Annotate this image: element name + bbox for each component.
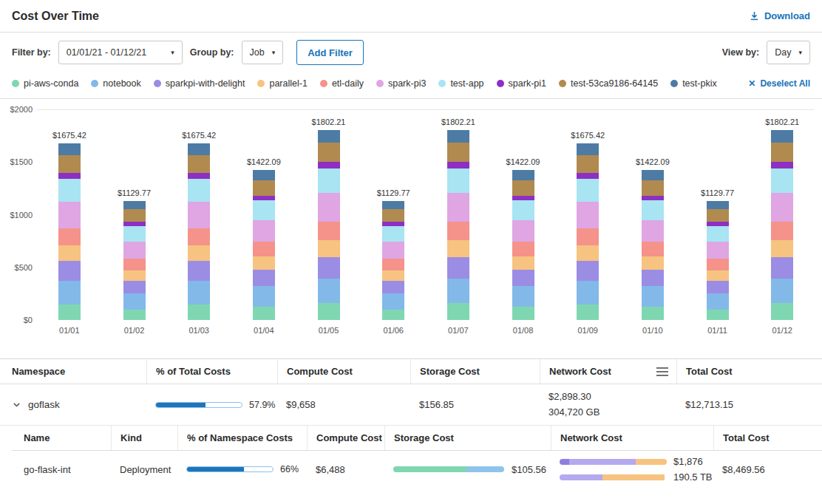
bar-segment-pi-aws-conda[interactable]: [318, 303, 340, 320]
date-range-select[interactable]: 01/01/21 - 01/12/21 ▾: [58, 41, 183, 64]
bar-group-01/10[interactable]: $1422.09: [620, 110, 685, 320]
bar-segment-test-53ca9186-64145[interactable]: [382, 209, 404, 222]
stacked-bar[interactable]: [447, 130, 469, 320]
bar-segment-notebook[interactable]: [58, 281, 81, 304]
bar-segment-notebook[interactable]: [447, 279, 469, 304]
bar-segment-test-pkix[interactable]: [771, 130, 793, 143]
bar-segment-pi-aws-conda[interactable]: [58, 304, 81, 320]
stacked-bar[interactable]: [642, 170, 664, 320]
legend-item-pi-aws-conda[interactable]: pi-aws-conda: [12, 78, 78, 89]
bar-segment-parallel-1[interactable]: [447, 240, 469, 257]
bar-segment-test-app[interactable]: [707, 226, 729, 242]
bar-segment-spark-pi3[interactable]: [253, 220, 275, 242]
stacked-bar[interactable]: [707, 201, 729, 320]
bar-segment-test-pkix[interactable]: [512, 170, 534, 180]
bar-segment-parallel-1[interactable]: [318, 240, 340, 257]
bar-segment-spark-pi1[interactable]: [577, 173, 599, 179]
bar-segment-spark-pi3[interactable]: [707, 242, 729, 259]
bar-segment-parallel-1[interactable]: [188, 245, 210, 261]
namespace-row-goflask[interactable]: goflask 57.9% $9,658 $156.85 $2,898.30 3…: [0, 384, 822, 426]
bar-segment-etl-daily[interactable]: [253, 242, 275, 256]
bar-segment-parallel-1[interactable]: [382, 270, 404, 281]
bar-segment-test-pkix[interactable]: [707, 201, 729, 209]
bar-segment-test-pkix[interactable]: [382, 201, 404, 209]
bar-segment-test-pkix[interactable]: [447, 130, 469, 143]
bar-segment-sparkpi-with-delight[interactable]: [188, 261, 210, 281]
view-by-select[interactable]: Day ▾: [767, 41, 810, 64]
add-filter-button[interactable]: Add Filter: [296, 40, 364, 65]
bar-segment-parallel-1[interactable]: [707, 270, 729, 281]
stacked-bar[interactable]: [771, 130, 793, 320]
legend-item-notebook[interactable]: notebook: [91, 78, 140, 89]
deselect-all-button[interactable]: ✕ Deselect All: [748, 78, 810, 89]
bar-segment-sparkpi-with-delight[interactable]: [512, 270, 534, 287]
bar-segment-sparkpi-with-delight[interactable]: [253, 270, 275, 287]
bar-segment-sparkpi-with-delight[interactable]: [771, 257, 793, 279]
bar-group-01/08[interactable]: $1422.09: [491, 110, 556, 320]
bar-segment-etl-daily[interactable]: [123, 259, 146, 270]
legend-item-etl-daily[interactable]: etl-daily: [320, 78, 364, 89]
bar-segment-test-53ca9186-64145[interactable]: [318, 143, 340, 162]
bar-segment-spark-pi3[interactable]: [188, 202, 210, 228]
bar-segment-pi-aws-conda[interactable]: [771, 303, 793, 320]
chevron-down-icon[interactable]: [12, 400, 21, 409]
bar-segment-parallel-1[interactable]: [253, 256, 275, 270]
bar-segment-pi-aws-conda[interactable]: [707, 310, 729, 320]
stacked-bar[interactable]: [577, 143, 599, 320]
bar-segment-test-53ca9186-64145[interactable]: [253, 180, 275, 196]
bar-segment-spark-pi3[interactable]: [382, 242, 404, 259]
bar-segment-sparkpi-with-delight[interactable]: [318, 257, 340, 279]
bar-segment-pi-aws-conda[interactable]: [123, 310, 146, 320]
bar-segment-test-53ca9186-64145[interactable]: [58, 155, 81, 173]
bar-segment-spark-pi1[interactable]: [642, 196, 664, 201]
legend-item-spark-pi3[interactable]: spark-pi3: [376, 78, 426, 89]
bar-segment-test-pkix[interactable]: [642, 170, 664, 180]
stacked-bar[interactable]: [382, 201, 404, 320]
bar-segment-notebook[interactable]: [577, 281, 599, 304]
stacked-bar[interactable]: [123, 201, 146, 320]
bar-segment-sparkpi-with-delight[interactable]: [707, 281, 729, 293]
bar-segment-test-app[interactable]: [253, 200, 275, 220]
bar-segment-etl-daily[interactable]: [512, 242, 534, 256]
stacked-bar[interactable]: [188, 143, 210, 320]
bar-segment-notebook[interactable]: [123, 293, 146, 309]
bar-segment-test-53ca9186-64145[interactable]: [642, 180, 664, 196]
bar-segment-parallel-1[interactable]: [123, 270, 146, 281]
bar-segment-spark-pi3[interactable]: [577, 202, 599, 228]
bar-segment-parallel-1[interactable]: [512, 256, 534, 270]
bar-segment-pi-aws-conda[interactable]: [512, 307, 534, 321]
bar-segment-test-app[interactable]: [318, 168, 340, 194]
bar-group-01/06[interactable]: $1129.77: [361, 110, 426, 320]
bar-segment-notebook[interactable]: [382, 293, 404, 309]
bar-segment-test-pkix[interactable]: [577, 143, 599, 155]
bar-segment-spark-pi3[interactable]: [512, 220, 534, 242]
bar-segment-spark-pi3[interactable]: [771, 193, 793, 222]
bar-segment-test-53ca9186-64145[interactable]: [123, 209, 146, 222]
bar-segment-test-app[interactable]: [123, 226, 146, 242]
bar-segment-test-app[interactable]: [512, 200, 534, 220]
bar-segment-spark-pi1[interactable]: [447, 162, 469, 168]
bar-segment-etl-daily[interactable]: [188, 228, 210, 245]
legend-item-spark-pi1[interactable]: spark-pi1: [497, 78, 546, 89]
stacked-bar[interactable]: [512, 170, 534, 320]
bar-segment-pi-aws-conda[interactable]: [577, 304, 599, 320]
legend-item-sparkpi-with-delight[interactable]: sparkpi-with-delight: [154, 78, 245, 89]
bar-segment-spark-pi3[interactable]: [447, 193, 469, 222]
bar-segment-sparkpi-with-delight[interactable]: [577, 261, 599, 281]
bar-segment-test-pkix[interactable]: [188, 143, 210, 155]
bar-segment-pi-aws-conda[interactable]: [382, 310, 404, 320]
bar-segment-etl-daily[interactable]: [318, 222, 340, 240]
bar-segment-test-app[interactable]: [382, 226, 404, 242]
bar-segment-etl-daily[interactable]: [447, 222, 469, 240]
bar-segment-sparkpi-with-delight[interactable]: [123, 281, 146, 293]
bar-segment-pi-aws-conda[interactable]: [253, 307, 275, 321]
legend-item-test-app[interactable]: test-app: [438, 78, 483, 89]
bar-segment-spark-pi3[interactable]: [58, 202, 81, 228]
bar-segment-spark-pi1[interactable]: [188, 173, 210, 179]
bar-segment-pi-aws-conda[interactable]: [642, 307, 664, 321]
bar-group-01/01[interactable]: $1675.42: [37, 110, 102, 320]
bar-segment-notebook[interactable]: [253, 286, 275, 306]
bar-segment-test-app[interactable]: [642, 200, 664, 220]
stacked-bar[interactable]: [253, 170, 275, 320]
bar-segment-test-app[interactable]: [447, 168, 469, 194]
